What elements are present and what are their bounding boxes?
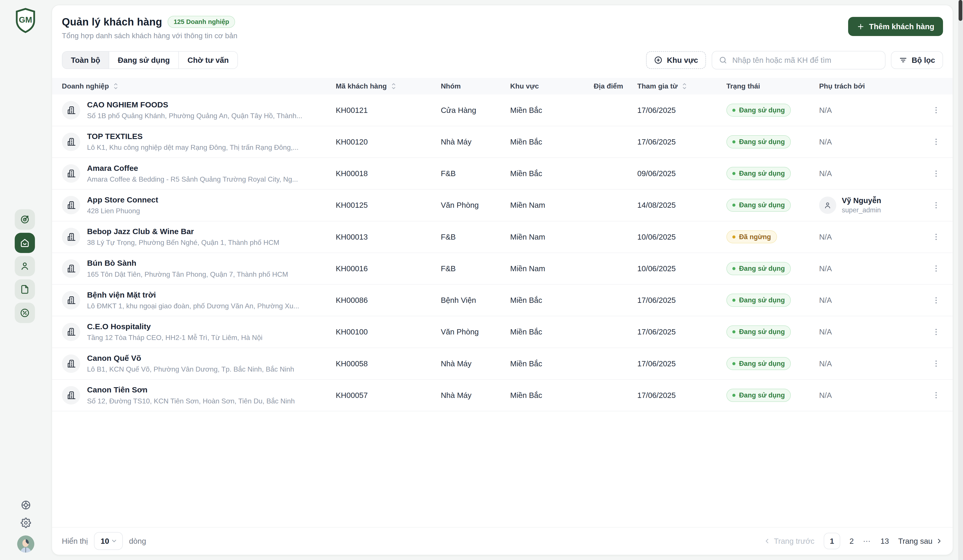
rows-per-page-select[interactable]: 10 [94, 532, 123, 550]
customer-group: F&B [441, 264, 510, 273]
search-box [712, 51, 885, 70]
company-name[interactable]: C.E.O Hospitality [87, 322, 263, 331]
table-row[interactable]: App Store Connect 428 Lien Phuong KH0012… [52, 189, 953, 221]
sort-icon [391, 83, 397, 90]
assignee-cell: N/A [819, 106, 927, 115]
company-address: Lô K1, Khu công nghiệp dệt may Rạng Đông… [87, 143, 298, 152]
table-row[interactable]: TOP TEXTILES Lô K1, Khu công nghiệp dệt … [52, 126, 953, 158]
tab-all[interactable]: Toàn bộ [62, 52, 109, 68]
column-header-joined[interactable]: Tham gia từ [637, 82, 726, 90]
company-name[interactable]: App Store Connect [87, 196, 158, 204]
company-address: 165 Tôn Dật Tiên, Phường Tân Phong, Quận… [87, 270, 288, 278]
settings-icon[interactable] [21, 518, 31, 528]
next-page-button[interactable]: Trang sau [898, 537, 943, 545]
prev-page-button[interactable]: Trang trước [763, 537, 814, 545]
assignee-cell: N/A [819, 264, 927, 273]
assignee-cell: N/A [819, 138, 927, 146]
table-row[interactable]: Bebop Jazz Club & Wine Bar 38 Lý Tự Trọn… [52, 222, 953, 253]
status-badge: Đang sử dụng [726, 357, 791, 370]
search-icon [719, 56, 727, 64]
customer-code: KH00086 [336, 296, 441, 304]
scrollbar-thumb[interactable] [959, 0, 962, 21]
company-address: Lô B1, KCN Quế Võ, Phường Vân Dương, Tp.… [87, 365, 294, 373]
sidebar-item-promotions[interactable] [15, 303, 35, 323]
sort-icon [113, 83, 119, 90]
filter-button[interactable]: Bộ lọc [891, 51, 943, 69]
target-icon [19, 214, 30, 225]
kebab-menu-icon[interactable] [929, 262, 943, 275]
kebab-menu-icon[interactable] [929, 325, 943, 338]
table-header: Doanh nghiệp Mã khách hàng Nhóm Khu vực … [52, 78, 953, 94]
company-name[interactable]: Amara Coffee [87, 164, 298, 173]
table-row[interactable]: Bún Bò Sành 165 Tôn Dật Tiên, Phường Tân… [52, 253, 953, 285]
page-title: Quản lý khách hàng [62, 16, 162, 28]
customer-code: KH00121 [336, 106, 441, 115]
company-name[interactable]: Canon Quế Võ [87, 354, 294, 363]
customer-group: Văn Phòng [441, 327, 510, 336]
assignee-avatar-icon [819, 197, 836, 214]
tab-pending[interactable]: Chờ tư vấn [179, 52, 237, 68]
sidebar-item-customers[interactable] [15, 256, 35, 276]
building-icon [62, 386, 80, 405]
customer-group: F&B [441, 169, 510, 178]
scrollbar[interactable] [958, 0, 963, 560]
company-name[interactable]: Bệnh viện Mặt trời [87, 291, 299, 299]
kebab-menu-icon[interactable] [929, 388, 943, 402]
page-ellipsis: ⋯ [863, 537, 871, 545]
customer-group: Cửa Hàng [441, 106, 510, 115]
table-row[interactable]: C.E.O Hospitality Tầng 12 Tòa Tháp CEO, … [52, 316, 953, 348]
filter-icon [899, 56, 908, 64]
company-name[interactable]: Bebop Jazz Club & Wine Bar [87, 227, 279, 236]
kebab-menu-icon[interactable] [929, 135, 943, 149]
table-row[interactable]: Canon Tiên Sơn Số 12, Đường TS10, KCN Ti… [52, 380, 953, 411]
column-header-code[interactable]: Mã khách hàng [336, 82, 441, 90]
kebab-menu-icon[interactable] [929, 293, 943, 307]
status-dot [732, 172, 735, 175]
table-footer: Hiển thị 10 dòng Trang trước 1 2 ⋯ 13 Tr… [52, 527, 953, 555]
status-badge: Đang sử dụng [726, 389, 791, 402]
column-header-region: Khu vực [510, 82, 594, 90]
page-button-2[interactable]: 2 [850, 537, 854, 545]
sidebar-item-target[interactable] [15, 209, 35, 230]
building-icon [62, 228, 80, 246]
kebab-menu-icon[interactable] [929, 167, 943, 180]
table-row[interactable]: Bệnh viện Mặt trời Lô ĐMKT 1, khu ngoại … [52, 285, 953, 316]
search-input[interactable] [732, 56, 878, 65]
joined-date: 17/06/2025 [637, 391, 726, 400]
add-customer-button[interactable]: Thêm khách hàng [848, 17, 943, 36]
kebab-menu-icon[interactable] [929, 104, 943, 117]
kebab-menu-icon[interactable] [929, 199, 943, 212]
joined-date: 17/06/2025 [637, 106, 726, 115]
joined-date: 14/08/2025 [637, 201, 726, 209]
table-row[interactable]: CAO NGHIEM FOODS Số 1B phố Quảng Khánh, … [52, 94, 953, 126]
page-button-1[interactable]: 1 [824, 533, 840, 549]
status-dot [732, 330, 735, 333]
column-header-company[interactable]: Doanh nghiệp [62, 82, 336, 90]
sidebar-item-home[interactable] [15, 233, 35, 253]
customer-code: KH00100 [336, 327, 441, 336]
status-dot [732, 267, 735, 270]
sidebar-item-documents[interactable] [15, 279, 35, 299]
company-name[interactable]: Bún Bò Sành [87, 259, 288, 268]
table-row[interactable]: Amara Coffee Amara Coffee & Bedding - R5… [52, 158, 953, 189]
help-icon[interactable] [21, 500, 31, 510]
page-button-13[interactable]: 13 [880, 537, 889, 545]
status-badge: Đang sử dụng [726, 262, 791, 275]
customer-region: Miền Bắc [510, 169, 594, 178]
plus-icon [857, 23, 864, 31]
status-dot [732, 140, 735, 143]
table-row[interactable]: Canon Quế Võ Lô B1, KCN Quế Võ, Phường V… [52, 348, 953, 380]
company-name[interactable]: TOP TEXTILES [87, 132, 298, 141]
count-badge: 125 Doanh nghiệp [168, 16, 235, 28]
region-filter-button[interactable]: Khu vực [646, 51, 706, 69]
user-avatar[interactable] [17, 536, 34, 552]
company-name[interactable]: Canon Tiên Sơn [87, 385, 295, 395]
customer-region: Miền Bắc [510, 296, 594, 304]
company-name[interactable]: CAO NGHIEM FOODS [87, 100, 302, 109]
tab-active[interactable]: Đang sử dụng [109, 52, 179, 68]
app-logo[interactable]: GM [15, 8, 36, 33]
building-icon [62, 133, 80, 151]
main-panel: Quản lý khách hàng 125 Doanh nghiệp Tổng… [52, 5, 953, 555]
kebab-menu-icon[interactable] [929, 357, 943, 370]
kebab-menu-icon[interactable] [929, 230, 943, 244]
